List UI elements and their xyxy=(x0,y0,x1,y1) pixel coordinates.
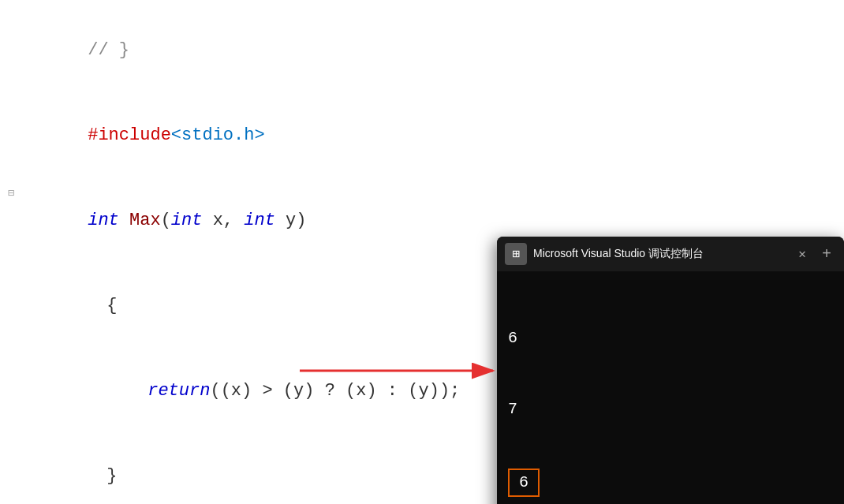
terminal-add-button[interactable]: + xyxy=(817,245,836,263)
terminal-app-icon: ⊞ xyxy=(505,243,527,265)
terminal-title-text: Microsoft Visual Studio 调试控制台 xyxy=(533,247,787,261)
output-line-7: 7 xyxy=(508,398,833,421)
editor-area: // } #include<stdio.h> ⊟ int Max(int x, … xyxy=(0,0,844,504)
terminal-window: ⊞ Microsoft Visual Studio 调试控制台 ✕ + 6 7 … xyxy=(497,237,844,504)
line-content-1: // } xyxy=(22,8,844,93)
code-line-2: #include<stdio.h> xyxy=(0,93,844,178)
terminal-output: 6 7 6 xyxy=(508,279,833,504)
terminal-titlebar: ⊞ Microsoft Visual Studio 调试控制台 ✕ + xyxy=(497,237,844,271)
gutter-3: ⊟ xyxy=(0,179,22,207)
output-highlighted: 6 xyxy=(508,469,833,497)
output-line-6: 6 xyxy=(508,327,833,350)
terminal-body: 6 7 6 C:\Users\25061\Desktop\比特资料 要在调试停止… xyxy=(497,271,844,504)
fold-icon-3[interactable]: ⊟ xyxy=(8,179,14,207)
terminal-close-button[interactable]: ✕ xyxy=(794,246,811,262)
code-line-1: // } xyxy=(0,8,844,93)
line-content-2: #include<stdio.h> xyxy=(22,93,844,178)
highlighted-value: 6 xyxy=(508,469,540,497)
